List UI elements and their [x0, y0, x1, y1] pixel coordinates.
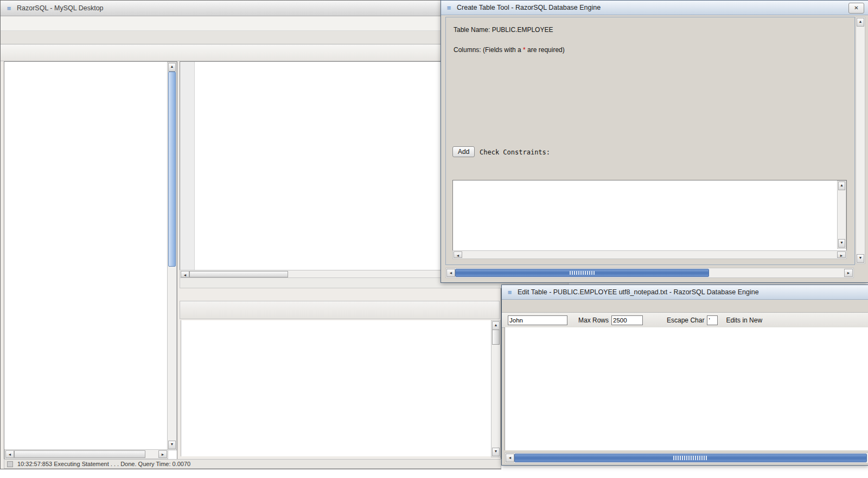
tree-hscroll-thumb[interactable]	[14, 450, 145, 458]
columns-label: Columns: (Fields with a * are required)	[454, 46, 565, 54]
generated-sql-textarea[interactable]	[452, 180, 847, 253]
scroll-up-icon[interactable]: ▲	[857, 18, 864, 27]
razorsql-app-icon: ≡	[445, 4, 453, 12]
status-message: 10:32:57:853 Executing Statement . . . D…	[17, 461, 190, 467]
main-window: ≡ RazorSQL - MySQL Desktop ▲ ▼ ◄ ► ◄ ►	[0, 0, 501, 469]
edit-grid-hscroll-thumb[interactable]	[514, 454, 867, 462]
main-window-title: RazorSQL - MySQL Desktop	[17, 4, 104, 12]
edit-grid-horizontal-scrollbar[interactable]: ◄	[505, 453, 868, 463]
scroll-down-icon[interactable]: ▼	[492, 448, 500, 456]
go-max-rows-icon[interactable]	[646, 315, 656, 326]
create-table-titlebar[interactable]: ≡ Create Table Tool - RazorSQL Database …	[441, 1, 868, 15]
results-vertical-scrollbar[interactable]: ▲ ▼	[491, 320, 501, 457]
tree-vertical-scrollbar[interactable]: ▲ ▼	[167, 62, 177, 450]
editor-hscroll-thumb[interactable]	[189, 271, 288, 277]
edit-table-window: ≡ Edit Table - PUBLIC.EMPLOYEE utf8_note…	[501, 285, 868, 466]
add-column-button[interactable]: Add	[452, 146, 475, 157]
edits-in-new-label: Edits in New	[726, 316, 762, 324]
scroll-right-icon[interactable]: ►	[844, 269, 853, 277]
edit-table-tab-bar	[502, 299, 505, 312]
close-window-icon[interactable]: ✕	[848, 3, 864, 14]
tree-scroll-thumb[interactable]	[168, 72, 176, 267]
main-titlebar[interactable]: ≡ RazorSQL - MySQL Desktop	[1, 1, 501, 16]
sql-vertical-scrollbar[interactable]: ▲ ▼	[837, 180, 846, 249]
scroll-left-icon[interactable]: ◄	[446, 269, 455, 277]
scroll-right-icon[interactable]: ►	[158, 450, 167, 458]
main-status-bar: 10:32:57:853 Executing Statement . . . D…	[4, 459, 501, 469]
scroll-left-icon[interactable]: ◄	[506, 454, 514, 462]
scroll-down-icon[interactable]: ▼	[168, 441, 176, 449]
main-toolbar	[1, 44, 501, 61]
scroll-left-icon[interactable]: ◄	[5, 450, 14, 458]
scroll-down-icon[interactable]: ▼	[838, 239, 845, 248]
create-table-window: ≡ Create Table Tool - RazorSQL Database …	[441, 0, 868, 283]
find-value-input[interactable]	[508, 315, 567, 325]
status-icon	[7, 461, 13, 467]
scroll-up-icon[interactable]: ▲	[838, 182, 845, 190]
scroll-up-icon[interactable]: ▲	[492, 321, 500, 330]
result-tab-bar	[180, 287, 501, 301]
scroll-right-icon[interactable]: ►	[837, 251, 846, 258]
database-tree[interactable]	[5, 63, 168, 450]
database-tree-panel: ▲ ▼ ◄ ►	[4, 61, 177, 460]
scroll-left-icon[interactable]: ◄	[181, 271, 189, 277]
sql-horizontal-scrollbar[interactable]: ◄ ►	[452, 250, 847, 259]
edit-table-grid[interactable]	[505, 327, 868, 450]
window-horizontal-scrollbar[interactable]: ◄ ►	[445, 268, 854, 278]
create-table-body: Table Name: PUBLIC.EMPLOYEE Columns: (Fi…	[445, 17, 855, 265]
escape-char-label: Escape Char	[667, 316, 704, 324]
edit-table-title: Edit Table - PUBLIC.EMPLOYEE utf8_notepa…	[518, 288, 759, 296]
table-name-label: Table Name: PUBLIC.EMPLOYEE	[454, 26, 553, 34]
window-vertical-scrollbar[interactable]: ▲ ▼	[856, 17, 865, 264]
connection-tab-bar	[1, 31, 501, 44]
scroll-left-icon[interactable]: ◄	[454, 251, 462, 258]
desktop: ≡ RazorSQL - MySQL Desktop ▲ ▼ ◄ ► ◄ ►	[0, 0, 868, 478]
razorsql-app-icon: ≡	[5, 4, 13, 12]
create-table-title: Create Table Tool - RazorSQL Database En…	[457, 4, 601, 11]
edit-table-toolbar: Max Rows Escape Char Edits in New	[502, 312, 868, 328]
check-constraints-label: Check Constraints:	[480, 148, 550, 156]
menu-bar	[1, 16, 501, 31]
results-toolbar	[180, 301, 500, 319]
escape-char-input[interactable]	[707, 315, 718, 325]
scroll-down-icon[interactable]: ▼	[857, 254, 864, 263]
tree-horizontal-scrollbar[interactable]: ◄ ►	[4, 449, 168, 459]
max-rows-label: Max Rows	[578, 316, 609, 324]
results-scroll-thumb[interactable]	[492, 330, 500, 345]
window-hscroll-thumb[interactable]	[455, 269, 709, 277]
scroll-up-icon[interactable]: ▲	[168, 63, 176, 72]
max-rows-input[interactable]	[611, 315, 643, 325]
razorsql-app-icon: ≡	[506, 288, 514, 296]
edit-table-titlebar[interactable]: ≡ Edit Table - PUBLIC.EMPLOYEE utf8_note…	[502, 285, 868, 300]
results-grid[interactable]	[181, 320, 492, 456]
